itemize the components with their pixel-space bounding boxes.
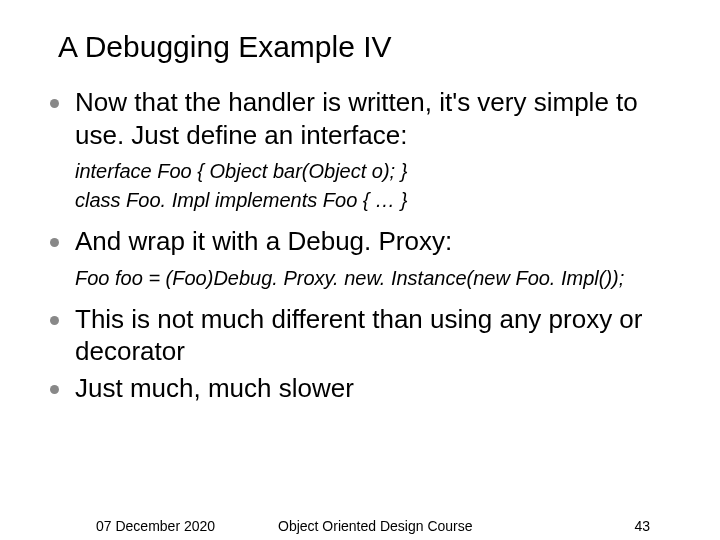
footer-course: Object Oriented Design Course (278, 518, 473, 534)
bullet-icon (50, 238, 59, 247)
footer-page-number: 43 (634, 518, 650, 534)
code-line: class Foo. Impl implements Foo { … } (75, 186, 670, 215)
bullet-item: Now that the handler is written, it's ve… (50, 86, 670, 151)
code-block: Foo foo = (Foo)Debug. Proxy. new. Instan… (75, 264, 670, 293)
bullet-text: This is not much different than using an… (75, 303, 670, 368)
bullet-item: And wrap it with a Debug. Proxy: (50, 225, 670, 258)
bullet-icon (50, 385, 59, 394)
bullet-text: Just much, much slower (75, 372, 354, 405)
code-line: interface Foo { Object bar(Object o); } (75, 157, 670, 186)
bullet-text: And wrap it with a Debug. Proxy: (75, 225, 452, 258)
bullet-icon (50, 99, 59, 108)
code-line: Foo foo = (Foo)Debug. Proxy. new. Instan… (75, 264, 670, 293)
slide: A Debugging Example IV Now that the hand… (0, 0, 720, 404)
bullet-item: Just much, much slower (50, 372, 670, 405)
slide-title: A Debugging Example IV (58, 30, 670, 64)
bullet-item: This is not much different than using an… (50, 303, 670, 368)
bullet-text: Now that the handler is written, it's ve… (75, 86, 670, 151)
code-block: interface Foo { Object bar(Object o); } … (75, 157, 670, 215)
bullet-icon (50, 316, 59, 325)
footer-date: 07 December 2020 (96, 518, 215, 534)
